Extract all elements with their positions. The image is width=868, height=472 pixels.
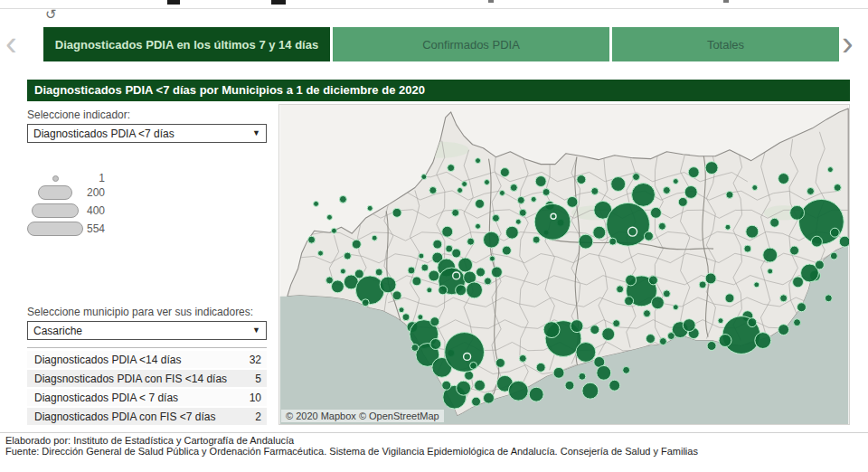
- map-bubble[interactable]: [517, 196, 524, 203]
- map-bubble[interactable]: [531, 196, 536, 202]
- map-bubble[interactable]: [367, 205, 373, 211]
- map-bubble[interactable]: [626, 275, 637, 286]
- map-bubble[interactable]: [768, 269, 773, 274]
- map-bubble[interactable]: [508, 381, 528, 401]
- map-bubble[interactable]: [408, 267, 415, 274]
- map-canvas[interactable]: [279, 105, 849, 424]
- map-bubble[interactable]: [602, 328, 615, 341]
- map-bubble[interactable]: [683, 319, 695, 332]
- map-bubble[interactable]: [778, 325, 789, 335]
- map-bubble[interactable]: [609, 380, 620, 391]
- map-bubble[interactable]: [510, 184, 517, 192]
- map-bubble[interactable]: [484, 392, 495, 403]
- map-bubble[interactable]: [811, 236, 822, 247]
- map-bubble[interactable]: [793, 277, 804, 288]
- map-bubble[interactable]: [421, 175, 427, 180]
- map-bubble[interactable]: [318, 250, 324, 256]
- map-bubble[interactable]: [571, 320, 583, 333]
- map-bubble[interactable]: [402, 314, 410, 321]
- map-bubble[interactable]: [502, 246, 511, 255]
- map-bubble[interactable]: [688, 167, 699, 178]
- map-bubble[interactable]: [744, 245, 751, 252]
- map-bubble[interactable]: [770, 218, 779, 227]
- map-bubble[interactable]: [705, 273, 716, 284]
- map-bubble[interactable]: [611, 177, 626, 192]
- map-bubble[interactable]: [446, 245, 453, 252]
- map-bubble[interactable]: [476, 268, 486, 277]
- map-bubble[interactable]: [799, 199, 844, 244]
- tabs-scroll-left-icon[interactable]: ‹: [5, 24, 17, 63]
- map-attribution[interactable]: © 2020 Mapbox © OpenStreetMap: [281, 410, 444, 422]
- map-bubble[interactable]: [467, 282, 483, 298]
- map-bubble[interactable]: [718, 318, 723, 324]
- map-bubble[interactable]: [354, 269, 363, 278]
- map-bubble[interactable]: [591, 187, 599, 194]
- map-bubble[interactable]: [421, 264, 429, 271]
- map-bubble[interactable]: [825, 295, 832, 302]
- map-bubble[interactable]: [519, 354, 526, 362]
- map-bubble[interactable]: [663, 290, 670, 297]
- map-bubble[interactable]: [650, 207, 661, 218]
- map-bubble[interactable]: [754, 282, 760, 288]
- map-bubble[interactable]: [476, 223, 481, 229]
- map-bubble[interactable]: [684, 185, 697, 198]
- map-bubble[interactable]: [529, 387, 543, 401]
- map-bubble[interactable]: [392, 208, 401, 217]
- tab-totales[interactable]: Totales: [612, 27, 839, 61]
- tabs-scroll-right-icon[interactable]: ›: [842, 24, 854, 63]
- map-bubble[interactable]: [442, 226, 453, 237]
- map-bubble[interactable]: [633, 174, 640, 181]
- map-bubble[interactable]: [326, 277, 333, 284]
- map-bubble[interactable]: [340, 269, 345, 274]
- map-bubble[interactable]: [807, 187, 814, 194]
- map-bubble[interactable]: [625, 297, 634, 306]
- map-bubble[interactable]: [536, 363, 545, 372]
- map-bubble[interactable]: [308, 236, 316, 243]
- tab-confirmados-pdia[interactable]: Confirmados PDIA: [333, 27, 609, 61]
- map-bubble[interactable]: [472, 397, 481, 406]
- map-bubble[interactable]: [719, 335, 731, 347]
- map-bubble[interactable]: [412, 277, 421, 286]
- map-bubble[interactable]: [705, 162, 718, 175]
- map-bubble[interactable]: [411, 345, 419, 352]
- map-bubble[interactable]: [467, 238, 475, 245]
- map-bubble[interactable]: [339, 195, 346, 203]
- map-bubble[interactable]: [392, 291, 401, 300]
- map-bubble[interactable]: [491, 267, 502, 278]
- map-bubble[interactable]: [462, 182, 467, 187]
- map-bubble[interactable]: [475, 380, 486, 391]
- map-bubble[interactable]: [658, 222, 665, 230]
- map-bubble[interactable]: [445, 333, 485, 373]
- map-bubble[interactable]: [579, 234, 593, 249]
- map-bubble[interactable]: [707, 342, 716, 351]
- map-bubble[interactable]: [725, 294, 734, 303]
- map-bubble[interactable]: [492, 214, 499, 222]
- map-bubble[interactable]: [375, 269, 382, 276]
- map-bubble[interactable]: [752, 184, 758, 190]
- map-bubble[interactable]: [344, 252, 351, 260]
- map-bubble[interactable]: [362, 299, 369, 307]
- map-bubble[interactable]: [452, 249, 461, 258]
- map-bubble[interactable]: [748, 318, 757, 327]
- map-bubble[interactable]: [419, 253, 424, 259]
- tab-diagnosticados-7-14[interactable]: Diagnosticados PDIA en los últimos 7 y 1…: [43, 27, 330, 61]
- map-bubble[interactable]: [579, 373, 586, 380]
- map-bubble[interactable]: [815, 260, 824, 269]
- map-bubble[interactable]: [794, 319, 801, 326]
- map-bubble[interactable]: [519, 209, 526, 216]
- map-bubble[interactable]: [429, 186, 437, 194]
- map-bubble[interactable]: [839, 236, 849, 247]
- map-bubble[interactable]: [830, 228, 839, 237]
- map-bubble[interactable]: [790, 246, 799, 255]
- map-bubble[interactable]: [515, 219, 521, 224]
- map-bubble[interactable]: [452, 209, 459, 216]
- map-bubble[interactable]: [533, 236, 540, 243]
- map-bubble[interactable]: [567, 196, 578, 207]
- map-bubble[interactable]: [790, 205, 805, 220]
- map-bubble[interactable]: [623, 366, 630, 373]
- map-bubble[interactable]: [646, 335, 655, 344]
- map-bubble[interactable]: [458, 187, 463, 193]
- map-bubble[interactable]: [439, 286, 448, 295]
- map-bubble[interactable]: [484, 231, 500, 248]
- map-bubble[interactable]: [433, 240, 442, 249]
